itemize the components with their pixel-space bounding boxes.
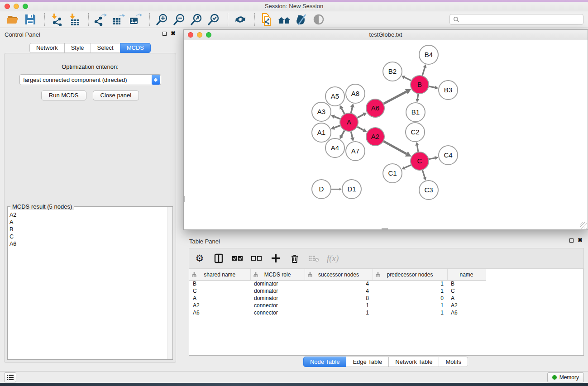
table-cell[interactable]: A2 <box>447 302 486 309</box>
table-row[interactable]: Adominator80A <box>189 295 486 302</box>
table-settings-icon[interactable]: ⚙ <box>194 252 206 265</box>
export-table-icon[interactable] <box>110 12 126 27</box>
node-A8[interactable]: A8 <box>346 84 365 103</box>
list-item[interactable]: C <box>10 233 167 240</box>
list-item[interactable]: A6 <box>10 240 167 248</box>
import-table-icon[interactable] <box>67 12 82 27</box>
node-A5[interactable]: A5 <box>325 87 344 106</box>
resize-grip[interactable] <box>580 222 587 229</box>
close-panel-icon[interactable]: ✖ <box>171 31 176 36</box>
edge-A-A7[interactable] <box>351 132 352 138</box>
zoom-window-button[interactable] <box>23 4 28 9</box>
edge-A-A5[interactable] <box>342 109 344 114</box>
node-A2[interactable]: A2 <box>366 128 384 146</box>
graphics-details-icon[interactable] <box>294 12 309 27</box>
table-cell[interactable]: B <box>189 280 250 287</box>
network-minimize-button[interactable] <box>197 32 202 38</box>
edge-B-B3[interactable] <box>429 86 435 88</box>
tab-network-table[interactable]: Network Table <box>388 357 439 367</box>
edge-A-A4[interactable] <box>342 130 344 136</box>
result-scrollbar[interactable] <box>167 207 172 359</box>
close-window-button[interactable] <box>5 4 10 9</box>
table-row[interactable]: Cdominator41C <box>189 287 486 295</box>
table-row[interactable]: A2connector11A2 <box>189 302 486 309</box>
node-C[interactable]: C <box>411 152 429 170</box>
node-D1[interactable]: D1 <box>342 180 361 199</box>
node-A[interactable]: A <box>340 113 358 131</box>
node-B3[interactable]: B3 <box>439 81 458 100</box>
export-network-icon[interactable] <box>93 12 109 27</box>
close-panel-button[interactable]: Close panel <box>93 91 139 100</box>
float-panel-icon[interactable] <box>163 32 167 36</box>
edge-A-A8[interactable] <box>351 107 353 113</box>
table-row[interactable]: Bdominator41B <box>189 280 486 287</box>
table-cell[interactable]: A6 <box>447 309 486 316</box>
column-header-successor-nodes[interactable]: successor nodes <box>305 269 373 280</box>
zoom-selected-icon[interactable] <box>206 12 221 27</box>
table-cell[interactable]: dominator <box>250 280 305 287</box>
apply-layout-icon[interactable] <box>233 12 248 27</box>
node-A7[interactable]: A7 <box>346 142 365 161</box>
node-B4[interactable]: B4 <box>419 45 438 64</box>
tab-network[interactable]: Network <box>29 43 64 53</box>
list-item[interactable]: B <box>10 226 167 233</box>
table-cell[interactable]: 4 <box>305 287 373 295</box>
edge-A-A6[interactable] <box>358 114 364 118</box>
column-header-MCDS-role[interactable]: MCDS role <box>250 269 305 280</box>
table-cell[interactable]: A <box>189 295 250 302</box>
table-cell[interactable]: C <box>189 287 250 295</box>
table-cell[interactable]: 1 <box>305 309 373 316</box>
node-C1[interactable]: C1 <box>383 164 402 183</box>
zoom-fit-icon[interactable] <box>189 12 204 27</box>
network-zoom-button[interactable] <box>206 32 211 38</box>
node-A3[interactable]: A3 <box>312 102 331 121</box>
zoom-in-icon[interactable] <box>154 12 170 27</box>
node-D[interactable]: D <box>312 180 331 199</box>
deselect-all-icon[interactable] <box>251 252 263 265</box>
select-all-icon[interactable] <box>232 252 244 265</box>
network-canvas[interactable]: B4B2BB3A5A8A6A3B1AA1C2A2A4A7C4CC1C3DD1 <box>184 40 588 229</box>
column-selector-icon[interactable] <box>213 252 225 265</box>
table-cell[interactable]: 1 <box>305 302 373 309</box>
list-item[interactable]: A2 <box>10 211 167 219</box>
minimize-window-button[interactable] <box>14 4 19 9</box>
edge-A6-B[interactable] <box>384 91 406 104</box>
search-input[interactable] <box>460 15 583 24</box>
table-cell[interactable]: A <box>447 295 486 302</box>
memory-button[interactable]: Memory <box>547 372 584 382</box>
node-B[interactable]: B <box>411 76 429 94</box>
column-header-name[interactable]: name <box>447 269 486 280</box>
first-neighbors-icon[interactable] <box>277 12 292 27</box>
add-column-icon[interactable] <box>270 252 282 265</box>
new-network-from-selection-icon[interactable] <box>259 12 275 27</box>
tab-mcds[interactable]: MCDS <box>120 43 151 53</box>
float-table-panel-icon[interactable] <box>569 238 574 243</box>
table-cell[interactable]: dominator <box>250 287 305 295</box>
horizontal-scroll-indicator[interactable] <box>382 228 388 229</box>
run-mcds-button[interactable]: Run MCDS <box>41 91 86 100</box>
edge-B-B2[interactable] <box>405 77 411 81</box>
table-cell[interactable]: 1 <box>373 302 447 309</box>
delete-column-icon[interactable] <box>289 252 301 265</box>
tab-motifs[interactable]: Motifs <box>439 357 468 367</box>
optimization-criterion-select[interactable]: largest connected component (directed) <box>19 74 161 85</box>
column-header-shared-name[interactable]: shared name <box>189 269 250 280</box>
table-cell[interactable]: 1 <box>373 287 447 295</box>
node-A1[interactable]: A1 <box>312 123 331 142</box>
zoom-out-icon[interactable] <box>172 12 187 27</box>
function-builder-icon[interactable]: f(x) <box>327 252 339 265</box>
edge-A-A3[interactable] <box>334 117 340 119</box>
table-row[interactable]: A6connector11A6 <box>189 309 486 316</box>
table-cell[interactable]: connector <box>250 309 305 316</box>
table-header[interactable]: shared nameMCDS rolesuccessor nodesprede… <box>189 269 486 280</box>
hide-details-icon[interactable] <box>311 12 326 27</box>
table-cell[interactable]: A6 <box>189 309 250 316</box>
mcds-result-list[interactable]: A2ABCA6 <box>10 211 167 358</box>
column-header-predecessor-nodes[interactable]: predecessor nodes <box>373 269 447 280</box>
node-A4[interactable]: A4 <box>325 138 344 157</box>
table-cell[interactable]: 0 <box>373 295 447 302</box>
vertical-scroll-indicator[interactable] <box>184 196 185 202</box>
import-network-icon[interactable] <box>49 12 65 27</box>
network-window-titlebar[interactable]: testGlobe.txt <box>184 30 588 40</box>
node-C4[interactable]: C4 <box>439 146 458 165</box>
